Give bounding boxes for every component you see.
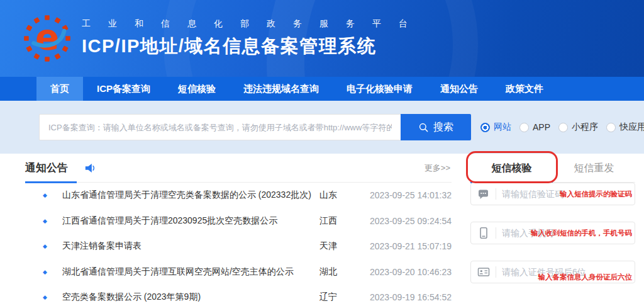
tab-sms-resend[interactable]: 短信重发: [553, 154, 635, 182]
more-link[interactable]: 更多>>: [425, 162, 450, 174]
radio-option-website[interactable]: 网站: [480, 122, 511, 133]
notices-heading: 通知公告: [25, 161, 68, 175]
page-title: ICP/IP地址/域名信息备案管理系统: [82, 34, 425, 59]
diamond-bullet-icon: ◆: [43, 218, 47, 224]
mobile-phone-icon: [477, 227, 490, 239]
phone-number-input[interactable]: [502, 228, 631, 238]
phone-number-field: 输入收到短信的手机，手机号码: [470, 222, 635, 244]
radio-option-app[interactable]: APP: [519, 122, 550, 132]
notice-title[interactable]: 湖北省通信管理局关于清理互联网空壳网站/空壳主体的公示: [62, 266, 313, 278]
notice-province: 山东: [313, 190, 357, 201]
nav-item-e-verification[interactable]: 电子化核验申请: [333, 77, 426, 101]
id-last6-field: 输入备案信息人身份证后六位: [470, 261, 635, 283]
notice-province: 江西: [313, 215, 357, 227]
svg-text:e: e: [35, 17, 59, 58]
search-section: 搜索 网站 APP 小程序 快应用: [0, 101, 644, 154]
main-nav: 首页 ICP备案查询 短信核验 违法违规域名查询 电子化核验申请 通知公告 政策…: [0, 77, 644, 101]
icp-beian-page: e 工业和信息化部政务服务平台 ICP/IP地址/域名信息备案管理系统 首页 I…: [0, 0, 644, 306]
diamond-bullet-icon: ◆: [43, 294, 47, 300]
notices-panel: 通知公告 更多>> ◆ 山东省通信管理局关于清理空壳类备案数据的公示 (2023…: [25, 154, 452, 306]
notice-datetime: 2023-09-25 14:01:32: [357, 190, 452, 200]
nav-item-sms-check[interactable]: 短信核验: [164, 77, 230, 101]
id-card-icon: [477, 266, 490, 278]
notice-title[interactable]: 空壳类备案数据公示 (2023年第9期): [62, 292, 313, 303]
radio-unselected-icon: [519, 123, 529, 132]
diamond-bullet-icon: ◆: [43, 269, 47, 275]
main-content: 通知公告 更多>> ◆ 山东省通信管理局关于清理空壳类备案数据的公示 (2023…: [0, 154, 644, 306]
sms-panel: 短信核验 短信重发 输入短信提示的验证码: [470, 154, 635, 306]
nav-item-notices[interactable]: 通知公告: [426, 77, 492, 101]
search-type-radios: 网站 APP 小程序 快应用: [480, 122, 644, 133]
notice-province: 湖北: [313, 266, 357, 278]
notice-row[interactable]: ◆ 空壳类备案数据公示 (2023年第9期) 辽宁 2023-09-19 16:…: [25, 285, 452, 306]
platform-subtitle: 工业和信息化部政务服务平台: [82, 18, 425, 30]
site-banner: e 工业和信息化部政务服务平台 ICP/IP地址/域名信息备案管理系统: [0, 0, 644, 77]
sms-code-field: 输入短信提示的验证码: [470, 183, 635, 205]
active-underline: [25, 181, 77, 183]
notice-datetime: 2023-09-20 10:46:23: [357, 267, 452, 277]
search-button[interactable]: 搜索: [401, 114, 471, 140]
speaker-icon: [84, 162, 97, 174]
divider: [496, 188, 496, 200]
notice-province: 辽宁: [313, 292, 357, 303]
search-button-label: 搜索: [433, 121, 453, 134]
radio-option-quickapp[interactable]: 快应用: [606, 122, 644, 133]
notice-datetime: 2023-09-19 16:54:52: [357, 292, 452, 302]
nav-item-home[interactable]: 首页: [36, 77, 83, 101]
notice-title[interactable]: 江西省通信管理局关于清理20230925批次空壳数据公示: [62, 215, 313, 227]
nav-item-icp-query[interactable]: ICP备案查询: [83, 77, 164, 101]
notice-row[interactable]: ◆ 天津注销备案申请表 天津 2023-09-21 15:07:19: [25, 234, 452, 259]
tab-sms-verify[interactable]: 短信核验: [470, 154, 553, 182]
sms-code-input[interactable]: [502, 189, 631, 199]
diamond-bullet-icon: ◆: [43, 192, 47, 198]
icp-search-input[interactable]: [39, 114, 401, 140]
notice-datetime: 2023-09-21 15:07:19: [357, 241, 452, 251]
divider: [496, 227, 496, 239]
notice-province: 天津: [313, 241, 357, 252]
sms-message-icon: [477, 188, 490, 200]
id-last6-input[interactable]: [502, 267, 631, 277]
notice-datetime: 2023-09-25 09:24:54: [357, 216, 452, 226]
notice-row[interactable]: ◆ 江西省通信管理局关于清理20230925批次空壳数据公示 江西 2023-0…: [25, 208, 452, 234]
nav-item-policy[interactable]: 政策文件: [492, 77, 557, 101]
miit-gear-e-logo: e: [23, 14, 72, 63]
search-icon: [418, 122, 429, 133]
nav-item-illegal-domain-query[interactable]: 违法违规域名查询: [230, 77, 333, 101]
radio-option-miniprogram[interactable]: 小程序: [558, 122, 598, 133]
radio-unselected-icon: [558, 123, 568, 132]
notice-title[interactable]: 天津注销备案申请表: [62, 241, 313, 252]
radio-unselected-icon: [606, 123, 616, 132]
notice-row[interactable]: ◆ 湖北省通信管理局关于清理互联网空壳网站/空壳主体的公示 湖北 2023-09…: [25, 259, 452, 285]
diamond-bullet-icon: ◆: [43, 243, 47, 249]
notice-title[interactable]: 山东省通信管理局关于清理空壳类备案数据的公示 (202332批次): [62, 190, 313, 201]
radio-selected-icon: [480, 123, 490, 132]
divider: [496, 266, 496, 278]
notice-row[interactable]: ◆ 山东省通信管理局关于清理空壳类备案数据的公示 (202332批次) 山东 2…: [25, 183, 452, 208]
